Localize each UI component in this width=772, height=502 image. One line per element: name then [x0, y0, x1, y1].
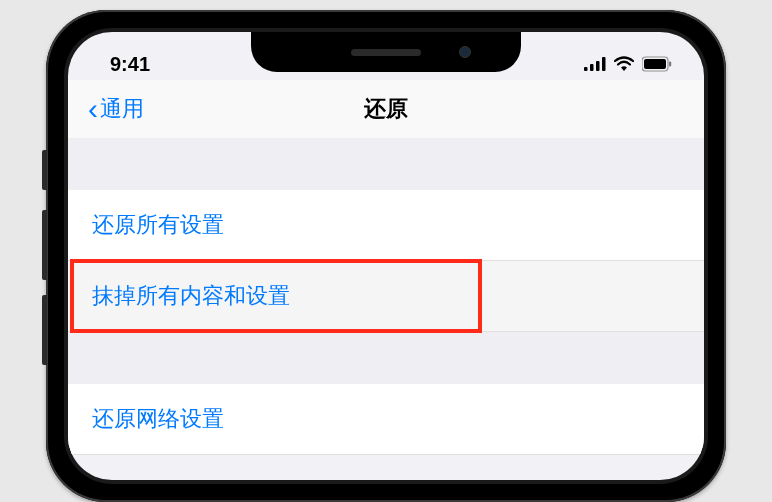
- nav-bar: ‹ 通用 还原: [68, 80, 704, 138]
- section-spacer: [68, 332, 704, 384]
- svg-rect-3: [602, 57, 606, 71]
- svg-rect-1: [590, 64, 594, 71]
- nav-title: 还原: [68, 94, 704, 124]
- chevron-left-icon: ‹: [88, 94, 98, 124]
- battery-icon: [642, 56, 672, 72]
- screen: 9:41: [68, 32, 704, 480]
- speaker: [351, 49, 421, 56]
- status-icons: [584, 56, 672, 72]
- phone-frame: 9:41: [46, 10, 726, 502]
- erase-all-content-item[interactable]: 抹掉所有内容和设置: [68, 261, 704, 332]
- content: 还原所有设置 抹掉所有内容和设置 还原网络设置: [68, 138, 704, 455]
- erase-all-label: 抹掉所有内容和设置: [92, 283, 290, 308]
- svg-rect-5: [644, 59, 666, 69]
- svg-rect-0: [584, 67, 588, 71]
- side-button-mute: [42, 150, 47, 190]
- back-label: 通用: [100, 94, 144, 124]
- svg-rect-6: [669, 62, 671, 67]
- status-time: 9:41: [110, 53, 150, 76]
- side-button-volume-up: [42, 210, 47, 280]
- svg-rect-2: [596, 61, 600, 71]
- back-button[interactable]: ‹ 通用: [88, 94, 144, 124]
- cellular-signal-icon: [584, 56, 606, 72]
- reset-all-settings-item[interactable]: 还原所有设置: [68, 190, 704, 261]
- wifi-icon: [614, 56, 634, 72]
- reset-network-settings-item[interactable]: 还原网络设置: [68, 384, 704, 455]
- front-camera: [459, 46, 471, 58]
- notch: [251, 32, 521, 72]
- section-spacer: [68, 138, 704, 190]
- side-button-volume-down: [42, 295, 47, 365]
